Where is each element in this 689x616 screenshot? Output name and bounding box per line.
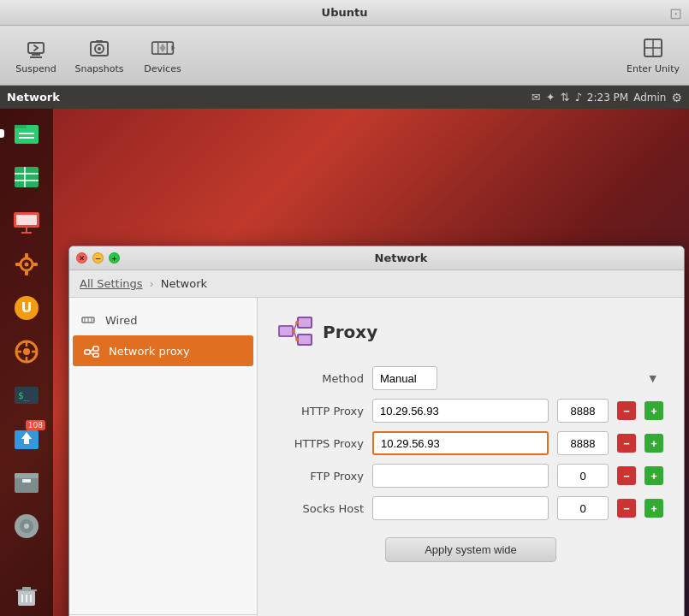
method-select[interactable]: Manual None Automatic: [372, 366, 437, 390]
ftp-proxy-input[interactable]: [372, 464, 549, 488]
http-proxy-input[interactable]: [372, 399, 549, 423]
snapshots-button[interactable]: Snapshots: [72, 31, 127, 80]
minimize-button[interactable]: −: [92, 252, 104, 264]
svg-point-30: [25, 263, 29, 267]
main-area: U $_: [0, 109, 689, 616]
svg-rect-56: [22, 587, 31, 590]
proxy-title: Proxy: [323, 322, 377, 342]
win-content: Wired: [69, 298, 684, 616]
sidebar-item-presentation[interactable]: [6, 200, 47, 241]
sidebar-item-trash[interactable]: [6, 575, 47, 616]
settings-icon[interactable]: ⚙: [671, 91, 682, 104]
svg-rect-66: [93, 353, 98, 357]
panel-item-wired[interactable]: Wired: [69, 305, 257, 335]
right-panel: Proxy Method Manual None Automatic ▼: [258, 298, 684, 616]
window-title: Ubuntu: [322, 6, 368, 19]
toolbar: Suspend Snapshots Devices: [0, 26, 689, 86]
upload-badge: 108: [26, 420, 45, 430]
suspend-label: Suspend: [15, 63, 56, 74]
tools-icon: [11, 511, 42, 542]
https-port-input[interactable]: [557, 431, 609, 455]
files-icon: [11, 118, 42, 149]
sidebar: U $_: [0, 109, 53, 616]
sidebar-item-files[interactable]: [6, 113, 47, 154]
https-port-plus-button[interactable]: +: [644, 434, 663, 453]
select-arrow-icon: ▼: [650, 373, 656, 384]
ftp-port-input[interactable]: [557, 464, 609, 488]
svg-text:$_: $_: [18, 390, 30, 401]
breadcrumb-all-settings[interactable]: All Settings: [80, 277, 143, 290]
https-port-minus-button[interactable]: −: [617, 434, 636, 453]
svg-rect-33: [15, 263, 21, 266]
svg-rect-74: [299, 335, 311, 344]
bluetooth-icon[interactable]: ✦: [546, 91, 555, 104]
network-icon[interactable]: ⇅: [561, 91, 570, 104]
method-label: Method: [278, 372, 364, 385]
breadcrumb-network: Network: [161, 277, 207, 290]
close-button[interactable]: ✕: [76, 252, 87, 264]
panel-item-proxy[interactable]: Network proxy: [73, 335, 253, 366]
maximize-button[interactable]: +: [109, 252, 120, 264]
svg-line-4: [34, 48, 38, 50]
devices-label: Devices: [144, 63, 181, 74]
volume-icon[interactable]: ♪: [575, 91, 582, 104]
svg-rect-50: [22, 479, 31, 483]
sidebar-item-spreadsheet[interactable]: [6, 157, 47, 198]
http-port-input[interactable]: [557, 399, 609, 423]
sidebar-item-archive[interactable]: [6, 462, 47, 503]
svg-point-78: [295, 321, 299, 324]
svg-rect-26: [16, 215, 37, 225]
apply-system-wide-button[interactable]: Apply system wide: [385, 537, 556, 562]
svg-point-38: [23, 348, 30, 355]
sidebar-item-unity[interactable]: U: [6, 287, 47, 329]
sidebar-item-config[interactable]: [6, 244, 47, 285]
http-proxy-label: HTTP Proxy: [278, 405, 364, 418]
socks-port-plus-button[interactable]: +: [644, 499, 663, 518]
email-icon[interactable]: ✉: [532, 91, 541, 104]
config-icon: [11, 249, 42, 280]
taskbar: Network ✉ ✦ ⇅ ♪ 2:23 PM Admin ⚙: [0, 86, 689, 109]
win-title-label: Network: [125, 252, 677, 264]
suspend-button[interactable]: Suspend: [9, 31, 63, 80]
socks-host-input[interactable]: [372, 496, 549, 520]
socks-port-input[interactable]: [557, 496, 609, 520]
taskbar-label: Network: [7, 91, 60, 104]
svg-point-7: [98, 47, 101, 50]
presentation-icon: [11, 205, 42, 236]
socks-host-row: Socks Host − +: [278, 496, 663, 520]
snapshots-icon: [87, 36, 111, 60]
svg-rect-8: [96, 40, 103, 43]
ftp-port-minus-button[interactable]: −: [617, 466, 636, 485]
http-port-minus-button[interactable]: −: [617, 401, 636, 420]
enter-unity-button[interactable]: Enter Unity: [626, 31, 680, 80]
svg-point-79: [295, 338, 299, 341]
sidebar-item-upload[interactable]: 108: [6, 418, 47, 459]
svg-rect-18: [15, 125, 27, 128]
wired-label: Wired: [105, 314, 138, 327]
win-titlebar: ✕ − + Network: [69, 246, 684, 270]
sidebar-item-terminal[interactable]: $_: [6, 375, 47, 416]
https-proxy-input[interactable]: [372, 431, 549, 455]
devices-button[interactable]: Devices: [135, 31, 190, 80]
svg-rect-0: [28, 43, 44, 53]
user-label: Admin: [633, 92, 666, 104]
terminal-icon: $_: [11, 380, 42, 411]
svg-rect-70: [280, 327, 292, 335]
svg-rect-32: [25, 270, 28, 275]
sidebar-item-system[interactable]: [6, 331, 47, 372]
socks-port-minus-button[interactable]: −: [617, 499, 636, 518]
https-proxy-label: HTTPS Proxy: [278, 437, 364, 450]
top-bar-controls: ⊡: [669, 4, 682, 22]
left-panel-list: Wired: [69, 298, 257, 614]
socks-host-label: Socks Host: [278, 502, 364, 515]
proxy-label: Network proxy: [109, 345, 190, 358]
http-port-plus-button[interactable]: +: [644, 401, 663, 420]
svg-rect-34: [33, 263, 38, 266]
svg-rect-21: [15, 167, 39, 187]
svg-marker-12: [160, 44, 166, 53]
sidebar-item-tools[interactable]: [6, 506, 47, 547]
ftp-port-plus-button[interactable]: +: [644, 466, 663, 485]
svg-point-53: [24, 524, 29, 529]
svg-rect-31: [25, 253, 28, 258]
unity-icon: U: [11, 293, 42, 323]
